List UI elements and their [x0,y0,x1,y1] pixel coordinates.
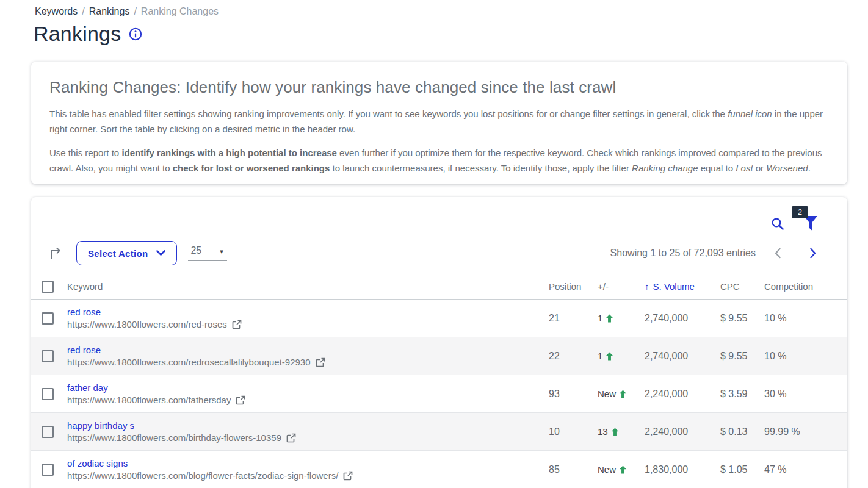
volume-value: 1,830,000 [645,464,720,475]
breadcrumb-separator: / [82,6,84,17]
position-value: 21 [549,313,598,324]
cpc-value: $ 9.55 [720,313,764,324]
volume-value: 2,740,000 [645,313,720,324]
competition-value: 99.99 % [764,426,847,437]
cpc-value: $ 0.13 [720,426,764,437]
select-action-button[interactable]: Select Action [76,241,177,265]
position-value: 10 [549,426,598,437]
next-page-button[interactable] [806,246,820,260]
row-checkbox[interactable] [42,350,54,362]
change-value: 13 [598,426,608,437]
filter-count-badge: 2 [792,206,808,218]
header-keyword[interactable]: Keyword [67,281,549,292]
breadcrumb-link-keywords[interactable]: Keywords [35,6,78,17]
change-value: New [598,464,616,475]
cpc-value: $ 9.55 [720,351,764,362]
breadcrumb-link-rankings[interactable]: Rankings [89,6,130,17]
competition-value: 10 % [764,313,847,324]
competition-value: 47 % [764,464,847,475]
keyword-url: https://www.1800flowers.com/birthday-flo… [67,432,281,443]
select-all-checkbox[interactable] [42,281,54,293]
external-link-icon[interactable] [286,433,296,443]
header-change[interactable]: +/- [598,281,645,292]
caret-down-icon: ▾ [220,248,223,256]
sort-ascending-icon: ↑ [645,281,649,292]
up-arrow-icon [606,352,613,361]
up-arrow-icon [606,314,613,323]
entries-summary: Showing 1 to 25 of 72,093 entries [610,248,756,259]
filter-funnel-icon[interactable]: 2 [803,215,818,231]
keyword-link[interactable]: red rose [67,307,101,317]
search-icon[interactable] [770,217,785,231]
intro-paragraph-2: Use this report to identify rankings wit… [49,146,829,176]
up-arrow-icon [619,390,627,398]
intro-paragraph-1: This table has enabled filter settings s… [49,107,829,137]
table-row: red rose https://www.1800flowers.com/red… [31,300,847,337]
header-position[interactable]: Position [549,281,598,292]
competition-value: 10 % [764,351,847,362]
external-link-icon[interactable] [343,471,353,481]
header-volume[interactable]: ↑S. Volume [645,281,720,292]
table-body: red rose https://www.1800flowers.com/red… [31,300,847,488]
competition-value: 30 % [764,389,847,400]
intro-heading: Ranking Changes: Identify how your ranki… [49,78,829,97]
volume-value: 2,240,000 [645,389,720,400]
info-icon[interactable] [129,27,142,41]
external-link-icon[interactable] [236,395,245,405]
keyword-url: https://www.1800flowers.com/blog/flower-… [67,470,338,481]
cpc-value: $ 1.05 [720,464,764,475]
header-cpc[interactable]: CPC [720,281,764,292]
keyword-link[interactable]: happy birthday s [67,420,134,431]
page-size-select[interactable]: 25 ▾ [188,245,226,261]
table-row: of zodiac signs https://www.1800flowers.… [31,451,847,488]
breadcrumb-separator: / [134,6,136,17]
up-arrow-icon [619,465,627,474]
intro-card: Ranking Changes: Identify how your ranki… [31,62,847,184]
position-value: 22 [549,351,598,362]
change-value: 1 [598,351,602,361]
external-link-icon[interactable] [316,357,325,367]
export-arrow-icon[interactable] [49,246,63,260]
volume-value: 2,240,000 [645,426,720,437]
row-checkbox[interactable] [42,464,54,476]
keyword-url: https://www.1800flowers.com/red-roses [67,319,227,329]
row-checkbox[interactable] [42,388,54,400]
keyword-link[interactable]: red rose [67,345,101,355]
table-row: happy birthday s https://www.1800flowers… [31,413,847,451]
rankings-table-card: 2 Select Action 25 ▾ Showing 1 to 25 of … [31,197,847,488]
position-value: 93 [549,389,598,400]
table-row: father day https://www.1800flowers.com/f… [31,375,847,413]
table-row: red rose https://www.1800flowers.com/red… [31,337,847,375]
external-link-icon[interactable] [232,320,242,329]
previous-page-button[interactable] [770,246,785,260]
row-checkbox[interactable] [42,426,54,438]
up-arrow-icon [611,428,619,436]
header-competition[interactable]: Competition [764,281,847,292]
change-value: 1 [598,313,602,323]
change-value: New [598,389,616,399]
breadcrumb: Keywords / Rankings / Ranking Changes [35,6,219,17]
keyword-url: https://www.1800flowers.com/fathersday [67,395,231,405]
keyword-url: https://www.1800flowers.com/redrosecalla… [67,357,311,367]
keyword-link[interactable]: of zodiac signs [67,458,128,468]
row-checkbox[interactable] [42,312,54,325]
page-title: Rankings [34,22,121,46]
cpc-value: $ 3.59 [720,389,764,400]
keyword-link[interactable]: father day [67,382,108,393]
breadcrumb-current: Ranking Changes [141,6,219,17]
position-value: 85 [549,464,598,475]
chevron-down-icon [156,250,165,256]
volume-value: 2,740,000 [645,351,720,362]
rankings-table: Keyword Position +/- ↑S. Volume CPC Comp… [31,274,847,488]
table-header-row: Keyword Position +/- ↑S. Volume CPC Comp… [31,274,847,300]
